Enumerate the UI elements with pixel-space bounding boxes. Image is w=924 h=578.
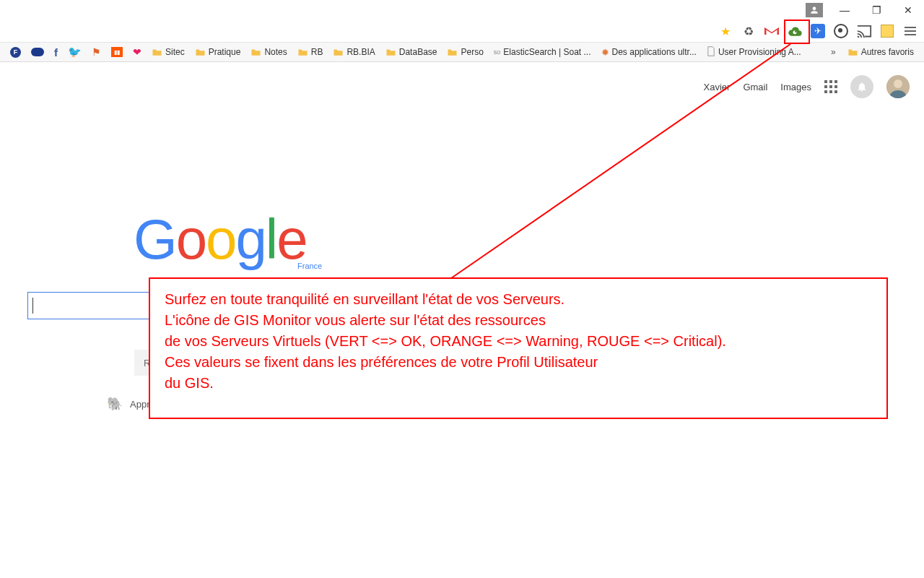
- annotation-line: du GIS.: [165, 373, 872, 394]
- bookmark-elasticsearch[interactable]: soElasticSearch | Soat ...: [491, 46, 594, 59]
- gmail-extension-icon[interactable]: [764, 23, 780, 39]
- close-button[interactable]: ✕: [892, 0, 924, 20]
- chrome-menu-icon[interactable]: [902, 23, 918, 39]
- bookmark-label: Sitec: [165, 47, 185, 57]
- bookmarks-bar: F f 🐦 ⚑ ▮▮ ❤ Sitec Pratique Notes RB RB.…: [0, 42, 924, 62]
- bookmark-desapps[interactable]: ✹Des applications ultr...: [598, 46, 699, 59]
- header-gmail-link[interactable]: Gmail: [743, 82, 767, 92]
- window-titlebar: — ❐ ✕: [0, 0, 924, 20]
- svg-point-2: [894, 79, 902, 88]
- annotation-line: Surfez en toute tranquilité en surveilla…: [165, 289, 872, 310]
- search-input[interactable]: [27, 292, 150, 319]
- page-content: Xavier Gmail Images Google France R 🐘 Ap…: [0, 62, 924, 578]
- bookmark-label: RB: [311, 47, 323, 57]
- bookmark-twitter[interactable]: 🐦: [65, 44, 84, 60]
- notifications-icon[interactable]: [850, 75, 873, 98]
- annotation-highlight: [784, 20, 810, 44]
- cast-extension-icon[interactable]: [856, 23, 872, 39]
- bookmark-label: Des applications ultr...: [612, 47, 697, 57]
- google-country: France: [297, 262, 322, 270]
- google-header: Xavier Gmail Images: [704, 75, 910, 98]
- minimize-button[interactable]: —: [829, 0, 860, 20]
- profile-badge-icon[interactable]: [806, 3, 823, 17]
- maximize-button[interactable]: ❐: [860, 0, 892, 20]
- promo-text[interactable]: Appr: [130, 399, 149, 410]
- recycle-icon[interactable]: ♻: [741, 23, 757, 39]
- bookmark-facebook[interactable]: f: [51, 45, 61, 60]
- bookmark-label: Perso: [461, 47, 483, 57]
- bookmark-folder-sitec[interactable]: Sitec: [149, 46, 188, 59]
- bookmark-star-icon[interactable]: ★: [718, 23, 733, 39]
- bookmark-folder-rb[interactable]: RB: [295, 46, 326, 59]
- annotation-line: L'icône de GIS Monitor vous alerte sur l…: [165, 310, 872, 331]
- bookmarks-overflow[interactable]: »: [827, 47, 840, 57]
- bookmark-folder-notes[interactable]: Notes: [248, 46, 289, 59]
- elephant-icon: 🐘: [107, 396, 123, 412]
- bookmark-label: Pratique: [209, 47, 241, 57]
- bookmark-soundcloud[interactable]: ▮▮: [108, 46, 126, 59]
- bookmark-label: RB.BIA: [346, 47, 375, 57]
- annotation-callout: Surfez en toute tranquilité en surveilla…: [149, 277, 888, 419]
- messenger-extension-icon[interactable]: ✈: [810, 23, 826, 39]
- bookmark-folder-perso[interactable]: Perso: [444, 46, 486, 59]
- annotation-line: Ces valeurs se fixent dans les préférenc…: [165, 352, 872, 373]
- bookmark-label: Autres favoris: [861, 47, 914, 57]
- annotation-line: de vos Serveurs Virtuels (VERT <=> OK, O…: [165, 331, 872, 352]
- bookmark-folder-pratique[interactable]: Pratique: [192, 46, 244, 59]
- bookmark-folder-autres[interactable]: Autres favoris: [845, 46, 917, 59]
- google-apps-icon[interactable]: [824, 80, 837, 93]
- ghostery-extension-icon[interactable]: [833, 23, 849, 39]
- bookmark-folder-rbbia[interactable]: RB.BIA: [330, 46, 378, 59]
- header-images-link[interactable]: Images: [780, 82, 811, 92]
- bookmark-feedly[interactable]: F: [7, 46, 24, 59]
- bookmark-folder-database[interactable]: DataBase: [383, 46, 440, 59]
- bookmark-heart[interactable]: ❤: [130, 45, 144, 59]
- bookmark-label: DataBase: [399, 47, 437, 57]
- header-user-link[interactable]: Xavier: [704, 82, 731, 92]
- bookmark-label: Notes: [264, 47, 287, 57]
- promo-line: 🐘 Appr: [107, 396, 149, 412]
- note-extension-icon[interactable]: [879, 23, 895, 39]
- account-avatar[interactable]: [886, 75, 910, 98]
- bookmark-label: User Provisioning A...: [718, 47, 801, 57]
- google-logo: Google: [134, 207, 307, 272]
- bookmark-userprov[interactable]: User Provisioning A...: [704, 45, 804, 60]
- bookmark-flag[interactable]: ⚑: [89, 45, 104, 59]
- bookmark-label: ElasticSearch | Soat ...: [503, 47, 590, 57]
- bookmark-pill[interactable]: [28, 46, 47, 58]
